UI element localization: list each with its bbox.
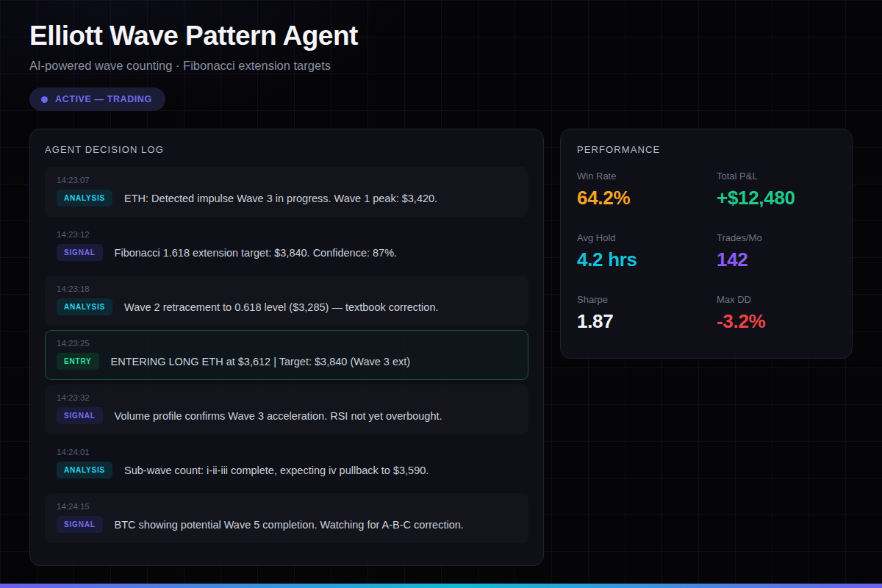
stat-cell: Max DD-3.2% <box>717 294 836 333</box>
log-entry-message: Volume profile confirms Wave 3 accelerat… <box>115 410 442 422</box>
log-entry-row[interactable]: 14:23:07ANALYSISETH: Detected impulse Wa… <box>45 167 528 217</box>
log-entry-message: Wave 2 retracement to 0.618 level ($3,28… <box>124 301 438 313</box>
stat-label: Trades/Mo <box>717 232 836 243</box>
log-entry-message: Fibonacci 1.618 extension target: $3,840… <box>115 247 398 259</box>
log-entry-type-badge: ANALYSIS <box>57 298 112 315</box>
log-entry-line: ANALYSISSub-wave count: i-ii-iii complet… <box>57 462 517 478</box>
log-entry-timestamp: 14:24:01 <box>57 448 517 456</box>
log-entry-type-badge: ANALYSIS <box>57 462 112 478</box>
stat-cell: Trades/Mo142 <box>717 232 836 271</box>
page-title: Elliott Wave Pattern Agent <box>29 19 853 53</box>
performance-panel: PERFORMANCE Win Rate64.2%Total P&L+$12,4… <box>560 129 853 359</box>
stat-cell: Avg Hold4.2 hrs <box>577 232 717 271</box>
log-entry-timestamp: 14:23:32 <box>57 393 517 402</box>
log-entry-type-badge: ENTRY <box>57 353 99 370</box>
page-subtitle: AI-powered wave counting · Fibonacci ext… <box>29 59 853 73</box>
stat-cell: Win Rate64.2% <box>577 171 717 209</box>
log-entry-type-badge: SIGNAL <box>57 407 103 424</box>
performance-panel-title: PERFORMANCE <box>577 144 836 155</box>
log-entry-timestamp: 14:23:12 <box>57 230 517 239</box>
main-content: AGENT DECISION LOG 14:23:07ANALYSISETH: … <box>29 129 853 566</box>
stat-value: 1.87 <box>577 310 717 333</box>
stat-value: -3.2% <box>717 310 836 333</box>
log-entry-row[interactable]: 14:23:32SIGNALVolume profile confirms Wa… <box>45 384 528 434</box>
log-rows: 14:23:07ANALYSISETH: Detected impulse Wa… <box>45 167 528 543</box>
log-entry-row[interactable]: 14:24:15SIGNALBTC showing potential Wave… <box>45 493 528 543</box>
page: Elliott Wave Pattern Agent AI-powered wa… <box>0 0 882 584</box>
stat-label: Max DD <box>717 294 836 305</box>
log-entry-line: SIGNALBTC showing potential Wave 5 compl… <box>57 516 517 533</box>
status-badge-label: ACTIVE — TRADING <box>55 94 152 104</box>
stat-cell: Total P&L+$12,480 <box>717 171 836 209</box>
stat-value: 64.2% <box>577 187 717 209</box>
log-entry-timestamp: 14:23:25 <box>57 339 517 348</box>
log-panel-title: AGENT DECISION LOG <box>45 144 528 155</box>
stat-value: 142 <box>717 248 836 271</box>
log-entry-timestamp: 14:24:15 <box>57 502 517 511</box>
stat-value: +$12,480 <box>717 187 836 209</box>
log-entry-type-badge: ANALYSIS <box>57 190 112 207</box>
log-entry-message: BTC showing potential Wave 5 completion.… <box>115 519 464 531</box>
stat-label: Win Rate <box>577 171 717 182</box>
log-entry-line: SIGNALVolume profile confirms Wave 3 acc… <box>57 407 517 424</box>
status-badge[interactable]: ACTIVE — TRADING <box>29 87 165 111</box>
status-dot-icon <box>41 96 48 103</box>
stats-grid: Win Rate64.2%Total P&L+$12,480Avg Hold4.… <box>577 171 836 333</box>
bottom-accent-bar <box>0 584 882 588</box>
log-entry-timestamp: 14:23:07 <box>57 176 517 184</box>
log-entry-line: ANALYSISWave 2 retracement to 0.618 leve… <box>57 298 517 315</box>
log-entry-type-badge: SIGNAL <box>57 516 103 533</box>
stat-cell: Sharpe1.87 <box>577 294 717 333</box>
log-entry-row[interactable]: 14:24:01ANALYSISSub-wave count: i-ii-iii… <box>45 439 528 489</box>
stat-label: Avg Hold <box>577 232 717 243</box>
log-entry-timestamp: 14:23:18 <box>57 284 517 293</box>
stat-label: Total P&L <box>717 171 836 182</box>
log-entry-message: ENTERING LONG ETH at $3,612 | Target: $3… <box>111 356 411 368</box>
log-entry-message: Sub-wave count: i-ii-iii complete, expec… <box>124 465 429 476</box>
log-entry-row[interactable]: 14:23:18ANALYSISWave 2 retracement to 0.… <box>45 276 528 326</box>
log-entry-message: ETH: Detected impulse Wave 3 in progress… <box>124 193 437 204</box>
log-entry-row[interactable]: 14:23:12SIGNALFibonacci 1.618 extension … <box>45 221 528 271</box>
stat-label: Sharpe <box>577 294 717 305</box>
stat-value: 4.2 hrs <box>577 248 717 271</box>
log-entry-line: SIGNALFibonacci 1.618 extension target: … <box>57 244 517 261</box>
log-entry-line: ANALYSISETH: Detected impulse Wave 3 in … <box>57 190 517 207</box>
log-entry-line: ENTRYENTERING LONG ETH at $3,612 | Targe… <box>57 353 517 370</box>
log-entry-type-badge: SIGNAL <box>57 244 103 261</box>
log-entry-row[interactable]: 14:23:25ENTRYENTERING LONG ETH at $3,612… <box>45 330 528 380</box>
agent-decision-log-panel: AGENT DECISION LOG 14:23:07ANALYSISETH: … <box>29 129 544 566</box>
